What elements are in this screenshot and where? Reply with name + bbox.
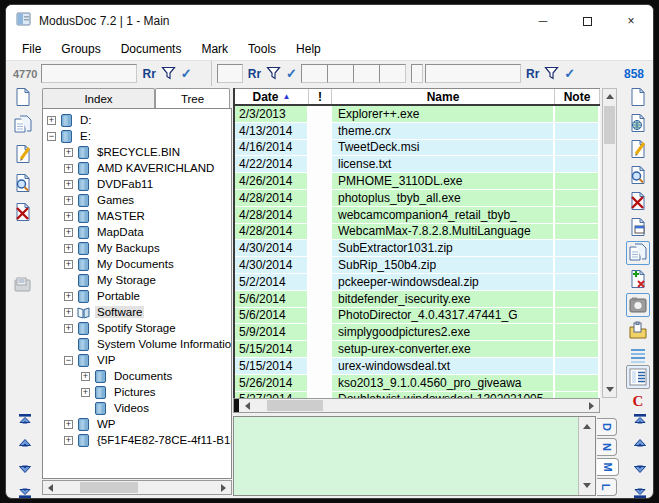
find-record-button[interactable] xyxy=(11,171,35,195)
first-record-button[interactable] xyxy=(13,408,37,432)
expand-icon[interactable]: + xyxy=(47,116,56,125)
tree-item-dvdfab11[interactable]: +DVDFab11 xyxy=(43,176,155,192)
tree-item-mapdata[interactable]: +MapData xyxy=(43,224,146,240)
scroll-down-icon[interactable] xyxy=(579,478,595,493)
table-row[interactable]: 4/26/2014PMHOME_3110DL.exe xyxy=(235,173,600,190)
last-record-button[interactable] xyxy=(628,480,652,499)
menu-documents[interactable]: Documents xyxy=(111,39,192,59)
tree-item-my-documents[interactable]: +My Documents xyxy=(43,256,176,272)
table-row[interactable]: 4/16/2014TweetDeck.msi xyxy=(235,140,600,157)
expand-icon[interactable]: + xyxy=(81,388,90,397)
expand-icon[interactable]: + xyxy=(64,180,73,189)
table-row[interactable]: 5/15/2014urex-windowsdeal.txt xyxy=(235,358,600,375)
tree-item-software[interactable]: +Software xyxy=(43,304,144,320)
group-filter-input[interactable] xyxy=(41,64,137,83)
table-scroll-thumb-h[interactable] xyxy=(267,400,323,411)
table-row[interactable]: 2/3/2013Explorer++.exe xyxy=(235,106,600,123)
note-textarea[interactable] xyxy=(234,417,578,495)
tree-item-pictures[interactable]: +Pictures xyxy=(43,384,158,400)
date-filter-input-2[interactable] xyxy=(327,64,354,83)
date-filter-input-3[interactable] xyxy=(353,64,380,83)
column-header-note[interactable]: Note xyxy=(555,89,600,104)
expand-icon[interactable]: + xyxy=(64,308,73,317)
tree-item-games[interactable]: +Games xyxy=(43,192,136,208)
internet-link-button[interactable] xyxy=(626,111,650,135)
next-record-button[interactable] xyxy=(13,456,37,480)
expand-icon[interactable]: + xyxy=(64,260,73,269)
tree-item-vip[interactable]: −VIP xyxy=(43,352,118,368)
filter-funnel-icon[interactable] xyxy=(544,66,559,82)
table-vertical-scrollbar[interactable] xyxy=(602,88,617,398)
add-remove-document-button[interactable] xyxy=(626,267,650,291)
column-header-date[interactable]: Date▲ xyxy=(235,89,309,104)
case-sensitive-button[interactable]: Rr xyxy=(142,67,155,81)
scroll-left-icon[interactable] xyxy=(43,481,58,494)
maximize-button[interactable] xyxy=(565,5,609,37)
tree-item-portable[interactable]: +Portable xyxy=(43,288,142,304)
previous-record-button[interactable] xyxy=(628,432,652,456)
minimize-button[interactable]: ─ xyxy=(521,5,565,37)
date-filter-input-4[interactable] xyxy=(379,64,406,83)
menu-file[interactable]: File xyxy=(12,39,51,59)
expand-icon[interactable]: + xyxy=(64,292,73,301)
expand-icon[interactable]: + xyxy=(64,420,73,429)
edit-record-button[interactable] xyxy=(626,137,650,161)
close-button[interactable]: × xyxy=(609,5,653,37)
tree-horizontal-scrollbar[interactable] xyxy=(42,480,232,495)
marker-filter-input[interactable] xyxy=(217,64,243,83)
tab-tree[interactable]: Tree xyxy=(155,88,230,109)
table-row[interactable]: 5/15/2014setup-urex-converter.exe xyxy=(235,341,600,358)
table-row[interactable]: 5/9/2014simplygoodpictures2.exe xyxy=(235,324,600,341)
table-row[interactable]: 5/2/2014pckeeper-windowsdeal.zip xyxy=(235,274,600,291)
table-row[interactable]: 4/28/2014webcamcompanion4_retail_tbyb_ xyxy=(235,207,600,224)
name-filter-input[interactable] xyxy=(425,64,521,83)
expand-icon[interactable]: + xyxy=(64,324,73,333)
list-view-button[interactable] xyxy=(626,365,650,389)
column-header-name[interactable]: Name xyxy=(332,89,555,104)
date-filter-input-1[interactable] xyxy=(301,64,328,83)
tree-item-d[interactable]: +D: xyxy=(43,112,94,128)
paste-folder-button[interactable] xyxy=(626,319,650,343)
column-header-mark[interactable]: ! xyxy=(309,89,332,104)
table-row[interactable]: 5/6/2014bitdefender_isecurity.exe xyxy=(235,291,600,308)
table-row[interactable]: 5/26/2014kso2013_9.1.0.4560_pro_giveawa xyxy=(235,375,600,392)
new-document-button[interactable] xyxy=(626,85,650,109)
summary-lines-button[interactable] xyxy=(626,343,650,367)
tree-item-spotify-storage[interactable]: +Spotify Storage xyxy=(43,320,178,336)
collapse-icon[interactable]: − xyxy=(64,356,73,365)
tree-scroll-thumb[interactable] xyxy=(80,482,138,493)
tree-item-e[interactable]: −E: xyxy=(43,128,93,144)
copy-documents-button[interactable] xyxy=(626,241,650,265)
menu-groups[interactable]: Groups xyxy=(51,39,110,59)
scroll-up-icon[interactable] xyxy=(603,89,616,104)
scroll-right-icon[interactable] xyxy=(216,481,231,494)
table-scroll-thumb[interactable] xyxy=(604,106,615,144)
tab-index[interactable]: Index xyxy=(42,88,155,109)
tree-item-documents[interactable]: +Documents xyxy=(43,368,174,384)
menu-help[interactable]: Help xyxy=(286,39,331,59)
table-horizontal-scrollbar[interactable] xyxy=(233,398,600,413)
exclamation-filter-input[interactable] xyxy=(411,64,423,83)
tree-item-wp[interactable]: +WP xyxy=(43,416,118,432)
delete-record-button[interactable] xyxy=(11,200,35,224)
edit-record-button[interactable] xyxy=(11,142,35,166)
table-row[interactable]: 4/28/2014photoplus_tbyb_all.exe xyxy=(235,190,600,207)
tree-item-5f1f4e82-78ce-4f11-b18[interactable]: +{5F1F4E82-78CE-4f11-B18 xyxy=(43,432,232,448)
previous-record-button[interactable] xyxy=(13,432,37,456)
menu-tools[interactable]: Tools xyxy=(238,39,286,59)
expand-icon[interactable]: + xyxy=(64,164,73,173)
find-record-button[interactable] xyxy=(626,163,650,187)
tree-item-my-storage[interactable]: My Storage xyxy=(43,272,158,288)
copy-documents-button[interactable] xyxy=(11,113,35,137)
scroll-up-icon[interactable] xyxy=(579,419,595,434)
table-row[interactable]: 4/13/2014theme.crx xyxy=(235,123,600,140)
table-row[interactable]: 5/6/2014PhotoDirector_4.0.4317.47441_G xyxy=(235,308,600,325)
expand-icon[interactable]: + xyxy=(64,196,73,205)
note-tab-n[interactable]: N xyxy=(597,438,617,456)
scroll-left-icon[interactable] xyxy=(240,399,255,412)
apply-filter-check-icon[interactable]: ✓ xyxy=(286,66,297,81)
table-row[interactable]: 4/30/2014SubExtractor1031.zip xyxy=(235,240,600,257)
collapse-icon[interactable]: − xyxy=(47,132,56,141)
expand-icon[interactable]: + xyxy=(64,244,73,253)
last-record-button[interactable] xyxy=(13,480,37,499)
